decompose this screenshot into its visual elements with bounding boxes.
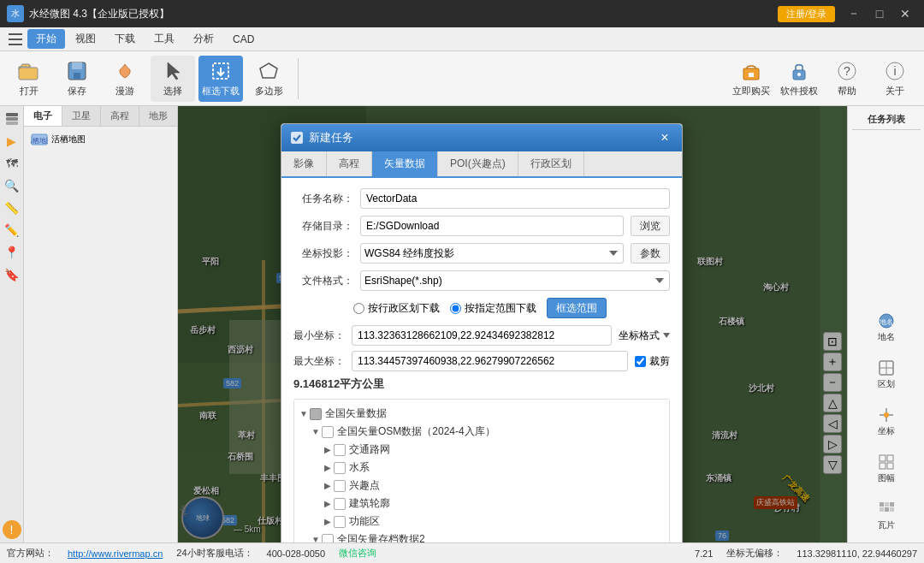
frame-download-button[interactable]: 框选下载 [198,56,243,102]
clip-checkbox[interactable] [635,356,646,367]
sidebar-bookmark-icon[interactable]: 🔖 [3,265,21,284]
menu-download[interactable]: 下载 [106,29,144,49]
dialog-tab-image[interactable]: 影像 [281,151,327,176]
map-area[interactable]: 平阳 岳步村 西沥村 南联 萃村 九尾田 南塘村 南塘 丰丰围 石桥围 爱松相 … [178,106,847,542]
roam-button[interactable]: 漫游 [103,56,147,102]
dialog-tab-vector[interactable]: 矢量数据 [372,151,438,176]
shop-button[interactable]: 立即购买 [729,56,773,102]
dialog-close-button[interactable]: × [656,129,673,146]
tree-toggle-root[interactable]: ▼ [298,408,310,420]
svg-marker-8 [260,63,277,78]
tree-check-archive2[interactable] [322,534,334,543]
sidebar-layers-icon[interactable] [3,110,21,128]
sidebar-map-icon[interactable]: 🗺 [3,154,21,173]
polygon-button[interactable]: 多边形 [246,56,291,102]
layer-tab-electronic[interactable]: 电子 [24,106,62,126]
file-format-select[interactable]: EsriShape(*.shp) [360,270,670,291]
tree-toggle-water[interactable]: ▶ [322,462,334,474]
about-button[interactable]: i 关于 [873,56,917,102]
radio-range-label[interactable]: 按指定范围下载 [450,301,536,316]
tree-toggle-func[interactable]: ▶ [322,516,334,528]
admin-div-button[interactable]: 区划 [852,352,921,398]
auth-button[interactable]: 软件授权 [777,56,821,102]
tile-frame-label: 图幅 [878,472,895,484]
tile-button[interactable]: 瓦片 [852,493,921,539]
hamburger-icon[interactable] [5,29,26,50]
menu-start[interactable]: 开始 [27,29,65,49]
tree-toggle-archive2[interactable]: ▼ [310,534,322,543]
tree-check-building[interactable] [334,498,346,510]
tree-item-building[interactable]: ▶ 建筑轮廓 [298,495,666,513]
sidebar-search-icon[interactable]: 🔍 [3,176,21,195]
task-list-header: 任务列表 [852,110,921,130]
maximize-button[interactable]: □ [868,5,891,22]
select-button[interactable]: 选择 [151,56,195,102]
tree-label-func: 功能区 [349,514,380,529]
param-button[interactable]: 参数 [631,243,670,264]
sidebar-pointer-icon[interactable]: ▶ [3,132,21,151]
dialog-tab-poi[interactable]: POI(兴趣点) [438,151,518,176]
menu-tools[interactable]: 工具 [145,29,183,49]
tree-toggle-road[interactable]: ▶ [322,444,334,456]
menu-cad[interactable]: CAD [224,31,263,48]
coord-format-btn[interactable]: 坐标格式 [619,329,670,343]
sidebar-notification-icon[interactable]: ! [3,520,21,539]
dialog-tab-elevation[interactable]: 高程 [327,151,372,176]
tree-check-poi[interactable] [334,480,346,492]
tree-check-water[interactable] [334,462,346,474]
tree-check-root[interactable] [310,408,322,420]
max-coord-input[interactable] [352,351,628,371]
tree-item-osm[interactable]: ▼ 全国矢量OSM数据（2024-4入库） [298,423,666,441]
coord-proj-select[interactable]: WGS84 经纬度投影 [360,243,624,264]
radio-range-input[interactable] [450,303,461,314]
tree-item-archive2[interactable]: ▼ 全国矢量存档数据2 [298,530,666,542]
task-name-row: 任务名称： [293,188,670,209]
status-wechat[interactable]: 微信咨询 [339,547,376,560]
tree-item-water[interactable]: ▶ 水系 [298,459,666,477]
coord-button[interactable]: 坐标 [852,399,921,445]
svg-rect-48 [885,507,889,512]
layer-tab-elevation[interactable]: 高程 [101,106,139,126]
tile-label: 瓦片 [878,519,895,531]
layer-tab-satellite[interactable]: 卫星 [62,106,101,126]
sidebar-draw-icon[interactable]: ✏️ [3,221,21,240]
tree-toggle-building[interactable]: ▶ [322,498,334,510]
tree-check-func[interactable] [334,516,346,528]
save-button[interactable]: 保存 [55,56,99,102]
radio-admin-label[interactable]: 按行政区划下载 [353,301,440,316]
tree-item-func[interactable]: ▶ 功能区 [298,513,666,530]
menu-analysis[interactable]: 分析 [185,29,222,49]
svg-text:?: ? [844,64,850,78]
tree-item-root[interactable]: ▼ 全国矢量数据 [298,405,666,423]
clip-checkbox-row: 裁剪 [635,354,670,369]
sidebar-measure-icon[interactable]: 📏 [3,199,21,217]
close-button[interactable]: ✕ [893,5,917,22]
tree-check-road[interactable] [334,444,346,456]
status-website-link[interactable]: http://www.rivermap.cn [68,548,163,559]
minimize-button[interactable]: － [842,5,866,22]
radio-admin-input[interactable] [353,303,364,314]
save-dir-input[interactable] [360,216,624,236]
select-label: 选择 [163,85,182,98]
tile-frame-button[interactable]: 图幅 [852,446,921,492]
layer-tab-terrain[interactable]: 地形 [139,106,177,126]
open-button[interactable]: 打开 [7,56,51,102]
tree-item-road[interactable]: ▶ 交通路网 [298,441,666,459]
login-button[interactable]: 注册/登录 [778,6,835,22]
layer-item-base[interactable]: 活栖地图 活栖地图 [27,130,174,149]
app-logo: 水 [7,5,24,22]
tree-check-osm[interactable] [322,426,334,438]
dialog-tabs: 影像 高程 矢量数据 POI(兴趣点) 行政区划 [281,151,682,178]
place-name-button[interactable]: 地名 地名 [852,305,921,351]
tree-item-poi[interactable]: ▶ 兴趣点 [298,477,666,495]
min-coord-input[interactable] [352,325,612,346]
menu-view[interactable]: 视图 [67,29,104,49]
select-range-button[interactable]: 框选范围 [547,298,607,318]
help-button[interactable]: ? 帮助 [825,56,869,102]
task-name-input[interactable] [360,188,670,209]
tree-toggle-osm[interactable]: ▼ [310,426,322,438]
sidebar-pin-icon[interactable]: 📍 [3,243,21,262]
browse-button[interactable]: 浏览 [631,216,670,236]
dialog-tab-admin[interactable]: 行政区划 [518,151,584,176]
tree-toggle-poi[interactable]: ▶ [322,480,334,492]
